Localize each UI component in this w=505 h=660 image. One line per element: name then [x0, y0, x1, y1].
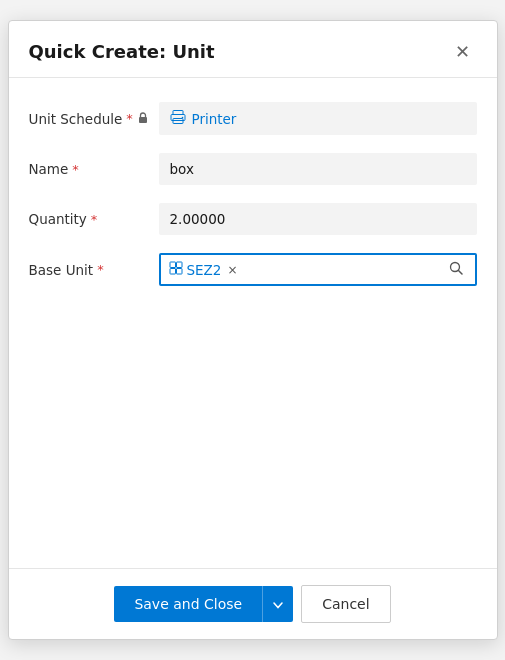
base-unit-remove-button[interactable]: × [225, 263, 239, 277]
base-unit-lookup[interactable]: SEZ2 × [159, 253, 477, 286]
svg-rect-8 [176, 269, 182, 275]
name-input[interactable] [159, 153, 477, 185]
svg-line-10 [458, 271, 462, 275]
close-button[interactable]: ✕ [449, 37, 477, 65]
dialog-header: Quick Create: Unit ✕ [9, 21, 497, 78]
svg-rect-6 [176, 262, 182, 268]
save-button-group: Save and Close [114, 586, 293, 622]
required-star: * [126, 111, 133, 126]
save-and-close-button[interactable]: Save and Close [114, 586, 262, 622]
quantity-label: Quantity * [29, 211, 159, 227]
quantity-field [159, 203, 477, 235]
unit-schedule-value: Printer [192, 111, 237, 127]
svg-rect-1 [173, 111, 183, 115]
base-unit-row: Base Unit * SEZ2 [29, 253, 477, 286]
quantity-required-star: * [91, 212, 98, 227]
entity-icon [169, 261, 183, 278]
quick-create-dialog: Quick Create: Unit ✕ Unit Schedule * [8, 20, 498, 640]
dialog-footer: Save and Close Cancel [9, 568, 497, 639]
name-required-star: * [72, 162, 79, 177]
base-unit-field: SEZ2 × [159, 253, 477, 286]
printer-icon [170, 110, 186, 127]
unit-schedule-link[interactable]: Printer [159, 102, 477, 135]
base-unit-search-button[interactable] [445, 259, 467, 280]
quantity-row: Quantity * [29, 203, 477, 235]
close-icon: ✕ [455, 41, 470, 62]
base-unit-required-star: * [97, 262, 104, 277]
save-dropdown-button[interactable] [262, 586, 293, 622]
base-unit-label: Base Unit * [29, 262, 159, 278]
svg-rect-0 [139, 117, 147, 123]
svg-point-4 [181, 117, 183, 119]
dialog-body: Unit Schedule * [9, 78, 497, 568]
remove-icon: × [227, 263, 237, 277]
base-unit-tag-text: SEZ2 [187, 262, 222, 278]
dialog-title: Quick Create: Unit [29, 41, 215, 62]
cancel-button[interactable]: Cancel [301, 585, 390, 623]
chevron-down-icon [273, 597, 283, 612]
unit-schedule-field[interactable]: Printer [159, 102, 477, 135]
svg-rect-5 [170, 262, 176, 268]
base-unit-tag: SEZ2 [169, 261, 222, 278]
name-label: Name * [29, 161, 159, 177]
quantity-input[interactable] [159, 203, 477, 235]
name-row: Name * [29, 153, 477, 185]
svg-rect-7 [170, 269, 176, 275]
unit-schedule-label: Unit Schedule * [29, 111, 159, 127]
search-icon [449, 261, 463, 278]
unit-schedule-row: Unit Schedule * [29, 102, 477, 135]
name-field [159, 153, 477, 185]
lock-icon [137, 111, 149, 127]
